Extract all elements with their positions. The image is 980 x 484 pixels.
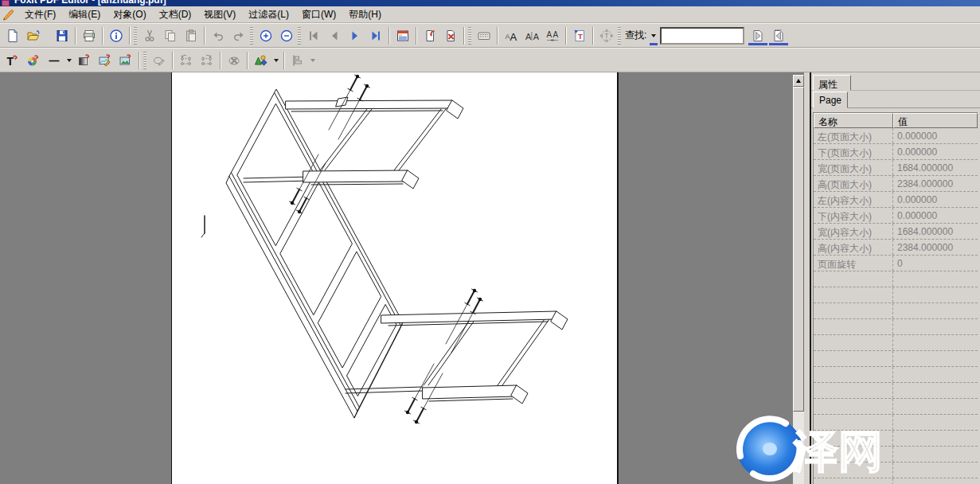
toolbar-gripper[interactable] [250,27,253,45]
prop-value[interactable]: 2384.000000 [893,176,978,191]
menu-object[interactable]: 对象(O) [107,6,152,23]
font-replace-icon: AA [504,29,518,43]
tab-page[interactable]: Page [813,92,848,108]
toolbar-gripper[interactable] [143,52,146,69]
prop-value[interactable]: 0.000000 [893,208,978,223]
add-image-button[interactable] [115,51,136,70]
copy-button [160,26,181,45]
document-menu-icon[interactable] [2,8,16,21]
prop-name: 高(内容大小) [814,240,893,255]
page-layout-icon [396,29,410,43]
keyboard-icon [477,29,491,43]
prop-value[interactable]: 0 [893,256,978,271]
prop-value[interactable]: 0.000000 [893,128,978,143]
menu-edit[interactable]: 编辑(E) [62,6,107,23]
prop-value [893,287,978,302]
properties-panel: 属性 Page 名称 值 左(页面大小)0.000000 下(页面大小)0.00… [811,72,980,484]
zoom-out-button[interactable] [276,26,297,45]
prop-value[interactable]: 2384.000000 [893,240,978,255]
table-row-empty [814,447,978,463]
prop-value [893,271,978,287]
prop-name [814,478,893,484]
line-style-dropdown[interactable] [64,51,74,70]
find-input[interactable] [660,27,744,45]
menu-help[interactable]: 帮助(H) [342,6,388,23]
font-style-button[interactable]: AA [521,26,542,45]
font-style-icon: AA [525,29,539,43]
vertical-scrollbar[interactable] [793,75,804,484]
toolbar-gripper[interactable] [618,27,621,45]
separator [204,27,205,45]
copy-icon [163,29,178,43]
insert-page-button[interactable] [420,26,440,45]
prop-value[interactable]: 1684.000000 [893,160,978,175]
separator [388,27,390,45]
save-button[interactable] [52,26,72,45]
prop-value [893,367,978,382]
find-prev-underline [748,43,767,45]
add-color-icon [26,53,41,68]
table-row: 下(内容大小)0.000000 [814,208,978,224]
delete-page-button[interactable] [440,26,461,45]
first-page-icon [306,29,321,43]
object-backward-icon [179,53,193,68]
find-next-button[interactable] [768,26,789,45]
delete-page-icon [443,29,458,43]
insert-text-icon: T [572,29,587,43]
page-layout-button[interactable] [392,26,413,45]
scrollbar-thumb[interactable] [793,87,804,412]
toolbar-gripper[interactable] [134,27,137,45]
prop-name [814,271,893,287]
table-row-empty [814,399,978,415]
add-shape-dropdown[interactable] [271,51,281,70]
add-color-button[interactable] [23,51,44,70]
find-prev-button[interactable] [748,26,768,45]
open-button[interactable] [23,26,44,45]
prev-page-icon [327,29,342,43]
properties-table: 名称 值 左(页面大小)0.000000 下(页面大小)0.000000 宽(页… [813,112,978,484]
font-spacing-button[interactable]: AA [542,26,563,45]
menu-window[interactable]: 窗口(W) [295,6,342,23]
edit-image-button[interactable] [95,51,115,70]
table-row-empty [814,478,978,484]
print-button[interactable] [79,26,100,45]
table-row-empty [814,367,978,383]
prop-value[interactable]: 0.000000 [893,192,978,207]
zoom-in-button[interactable] [256,26,276,45]
scrollbar-track[interactable] [793,412,804,484]
add-gradient-button[interactable] [74,51,95,70]
prop-value[interactable]: 0.000000 [893,144,978,159]
toolbar-gripper[interactable] [468,27,471,45]
menu-view[interactable]: 视图(V) [197,6,242,23]
add-text-button[interactable]: T [2,51,23,70]
prop-value[interactable]: 1684.000000 [893,224,978,239]
separator [416,27,417,45]
line-style-button[interactable] [44,51,64,70]
document-page[interactable] [171,72,619,484]
menu-document[interactable]: 文档(D) [153,6,198,23]
last-page-button[interactable] [365,26,386,45]
insert-text-button[interactable]: T [569,26,590,45]
ladder-frame-long [226,89,403,418]
next-page-button[interactable] [345,26,365,45]
find-dropdown[interactable] [649,26,658,45]
font-replace-button[interactable]: AA [501,26,521,45]
shapes-icon [254,53,268,68]
svg-text:T: T [578,32,583,41]
info-icon [109,29,123,43]
menu-bar: 文件(F) 编辑(E) 对象(O) 文档(D) 视图(V) 过滤器(L) 窗口(… [0,6,980,23]
separator [463,27,465,45]
menu-filter[interactable]: 过滤器(L) [242,6,295,23]
add-shape-button[interactable] [251,51,271,70]
document-info-button[interactable] [106,26,127,45]
table-row-empty [814,287,978,303]
virtual-keyboard-button[interactable] [474,26,494,45]
menu-file[interactable]: 文件(F) [18,6,62,23]
panel-gap [804,72,810,484]
open-icon [26,29,41,43]
scroll-up-button[interactable] [793,75,804,87]
separator [129,27,131,45]
toolbar-gripper[interactable] [298,27,301,45]
new-button[interactable] [2,26,23,45]
svg-text:A: A [533,31,539,41]
